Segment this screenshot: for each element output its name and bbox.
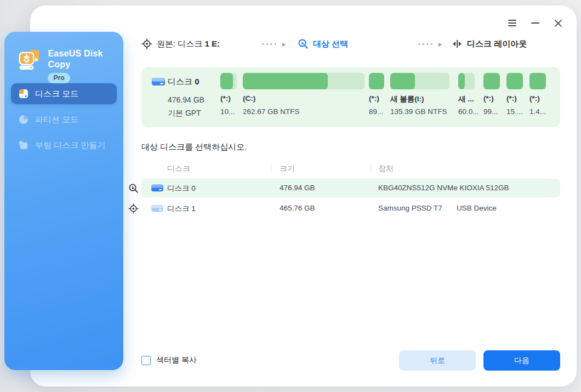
- partition-bar[interactable]: [220, 73, 237, 89]
- disk-icon: [151, 203, 164, 213]
- partition-name: (*:): [506, 94, 517, 103]
- sidebar-item-label: 디스크 모드: [35, 89, 78, 99]
- partition-bar[interactable]: [243, 73, 364, 89]
- panel-disk-type: 기본 GPT: [168, 109, 201, 118]
- pro-badge: Pro: [48, 73, 70, 83]
- col-header-device: 장치: [378, 164, 394, 174]
- disk-layout-icon: [452, 38, 463, 49]
- partition-name: (*:): [529, 94, 540, 103]
- partition-bar[interactable]: [529, 73, 546, 89]
- back-button[interactable]: 뒤로: [399, 350, 476, 371]
- partition-size: 99...: [483, 107, 498, 116]
- sidebar-item-label: 파티션 모드: [35, 115, 78, 125]
- partition-size: 262.67 GB NTFS: [243, 107, 300, 116]
- breadcrumb-dots: •••• ▶: [418, 41, 442, 47]
- boot-disk-icon: [18, 140, 29, 151]
- panel-disk-size: 476.94 GB: [168, 95, 204, 104]
- disk-icon: [151, 76, 166, 87]
- row-disk-size: 465.76 GB: [280, 204, 315, 212]
- partition-size: 60.0...: [458, 107, 479, 116]
- partition-name: (*:): [483, 94, 494, 103]
- sidebar-item-boot-disk[interactable]: 부팅 디스크 만들기: [11, 135, 117, 156]
- target-magnifier-icon: [128, 183, 139, 194]
- partition-size: 15....: [506, 107, 523, 116]
- disk-table: 디스크 크기 장치 디스크 0 476.94 GB: [141, 161, 560, 218]
- app-logo-row: EaseUS Disk Copy Pro: [18, 48, 123, 83]
- partition-mode-icon: [18, 114, 29, 125]
- app-logo-icon: [18, 48, 41, 72]
- breadcrumb-target-step[interactable]: 대상 선택: [298, 38, 348, 49]
- sidebar-item-disk-mode[interactable]: 디스크 모드: [11, 83, 117, 104]
- source-crosshair-icon: [128, 203, 139, 214]
- col-header-size: 크기: [280, 164, 295, 174]
- row-disk-device: KBG40ZNS512G NVMe KIOXIA 512GB: [378, 184, 509, 192]
- table-header: 디스크 크기 장치: [141, 161, 560, 177]
- app-title: EaseUS Disk Copy: [48, 48, 123, 70]
- breadcrumb-layout-step: 디스크 레이아웃: [452, 38, 527, 49]
- partition-size: 89...: [369, 107, 383, 116]
- partition-name: (C:): [243, 94, 255, 103]
- sidebar: EaseUS Disk Copy Pro 디스크 모드 파티션 모드: [4, 32, 123, 370]
- select-target-heading: 대상 디스크를 선택하십시오.: [141, 142, 247, 152]
- sector-copy-label: 섹터별 복사: [156, 355, 197, 365]
- source-disk-layout-panel: 디스크 0 476.94 GB 기본 GPT (*:) (C:) (*:) 새 …: [141, 67, 560, 127]
- partition-name: 새 ...: [458, 94, 474, 104]
- row-disk-device-type: USB Device: [457, 204, 497, 212]
- partition-name: 새 볼륨(I:): [390, 94, 424, 104]
- partition-bar[interactable]: [483, 73, 500, 89]
- sector-copy-option[interactable]: 섹터별 복사: [141, 355, 197, 365]
- target-select-icon: [298, 38, 309, 49]
- sidebar-item-partition-mode[interactable]: 파티션 모드: [11, 109, 117, 130]
- partition-bar[interactable]: [458, 73, 475, 89]
- row-disk-device: Samsung PSSD T7: [378, 204, 442, 212]
- table-row-disk1[interactable]: 디스크 1 465.76 GB Samsung PSSD T7 USB Devi…: [141, 199, 560, 218]
- breadcrumb-source: 원본: 디스크 1 E:: [141, 38, 220, 49]
- disk-mode-icon: [18, 88, 29, 99]
- source-label: 원본: 디스크: [157, 39, 205, 48]
- disk-layout-label: 디스크 레이아웃: [467, 39, 527, 49]
- partition-size: 135.39 GB NTFS: [390, 107, 447, 116]
- sector-copy-checkbox[interactable]: [141, 356, 151, 365]
- partition-name: (*:): [369, 94, 379, 103]
- crosshair-icon: [141, 38, 152, 49]
- breadcrumb-dots: •••• ▶: [262, 41, 286, 47]
- partition-size: 1.4...: [529, 107, 546, 116]
- partition-bar[interactable]: [506, 73, 523, 89]
- table-row-disk0[interactable]: 디스크 0 476.94 GB KBG40ZNS512G NVMe KIOXIA…: [141, 179, 560, 197]
- panel-disk-title: 디스크 0: [168, 77, 200, 87]
- partition-size: 10...: [220, 107, 235, 116]
- partition-bar[interactable]: [369, 73, 384, 89]
- next-button[interactable]: 다음: [483, 350, 560, 371]
- sidebar-nav: 디스크 모드 파티션 모드 부팅 디스크 만들기: [11, 83, 117, 161]
- target-select-label: 대상 선택: [313, 39, 348, 49]
- row-disk-name: 디스크 1: [167, 204, 196, 214]
- sidebar-item-label: 부팅 디스크 만들기: [35, 140, 105, 151]
- source-disk-value: 1 E:: [205, 39, 220, 48]
- row-disk-size: 476.94 GB: [280, 184, 315, 192]
- row-disk-name: 디스크 0: [167, 184, 196, 194]
- breadcrumb: 원본: 디스크 1 E: •••• ▶ 대상 선택 •••• ▶ 디스크 레이아…: [141, 38, 558, 53]
- col-header-disk: 디스크: [167, 164, 190, 174]
- disk-icon: [151, 183, 164, 193]
- partition-bar[interactable]: [390, 73, 449, 89]
- partition-name: (*:): [220, 94, 231, 103]
